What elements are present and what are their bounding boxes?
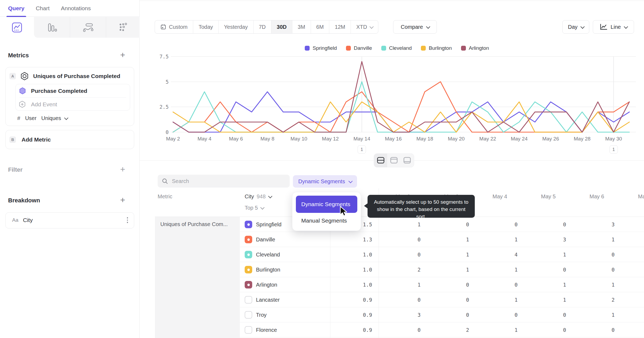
metric-card-b[interactable]: B Add Metric (5, 130, 134, 149)
cell-value: 3 (524, 232, 566, 247)
chart-type-switcher (0, 17, 140, 38)
cell-value: 2 (573, 292, 615, 307)
date-column-header: May 4 (476, 193, 524, 200)
metric-a-badge: A (9, 73, 16, 79)
table-row-lancaster: Lancaster0.900112 (240, 292, 644, 307)
range-yesterday-button[interactable]: Yesterday (218, 20, 253, 33)
range-6m-button[interactable]: 6M (311, 20, 329, 33)
chevron-down-icon (426, 24, 430, 29)
segments-mode-menu: Dynamic SegmentsManual Segments (292, 192, 361, 231)
series-line-arlington (173, 62, 629, 132)
segment-checkbox-checked[interactable] (245, 281, 252, 288)
cell-value: 1 (427, 247, 469, 262)
segment-checkbox-unchecked[interactable] (245, 311, 252, 319)
group-column-header[interactable]: City 948 (245, 193, 271, 200)
cell-value: 1 (573, 307, 615, 322)
svg-text:0: 0 (166, 129, 169, 135)
segment-checkbox-checked[interactable] (245, 266, 252, 273)
layout-split-button[interactable] (374, 154, 387, 167)
annotation-badge[interactable]: 1 (610, 145, 618, 154)
search-icon (162, 178, 168, 184)
granularity-button[interactable]: Day (562, 20, 589, 34)
cell-value: 0 (476, 307, 518, 322)
legend-item-arlington[interactable]: Arlington (461, 45, 489, 51)
chart-type-bar-button[interactable] (34, 17, 70, 38)
measure-prefix: # (17, 115, 20, 121)
add-breakdown-plus-button[interactable]: + (120, 196, 125, 204)
measure-selector[interactable]: # User Uniques (17, 115, 67, 121)
add-metric-plus-button[interactable]: + (120, 51, 125, 59)
legend-item-danville[interactable]: Danville (346, 45, 372, 51)
cell-value: 1 (379, 277, 421, 292)
chart-type-flow-button[interactable] (70, 17, 106, 38)
search-input[interactable]: Search (158, 175, 290, 188)
segments-mode-dropdown[interactable]: Dynamic Segments (293, 175, 357, 188)
tab-query[interactable]: Query (8, 0, 25, 17)
cell-value: 1 (573, 277, 615, 292)
cell-value: 0 (476, 217, 518, 232)
range-12m-button[interactable]: 12M (329, 20, 351, 33)
table-row-cleveland: Cleveland1.001410 (240, 247, 644, 262)
cell-value: 4 (476, 247, 518, 262)
sidebar-tabbar: Query Chart Annotations (0, 0, 140, 17)
legend-swatch (305, 46, 310, 51)
segment-checkbox-unchecked[interactable] (245, 296, 252, 304)
add-event-button[interactable]: Add Event (19, 101, 57, 108)
legend-item-springfield[interactable]: Springfield (305, 45, 337, 51)
annotation-badge[interactable]: 1 (358, 145, 366, 154)
layout-chart-only-button[interactable] (387, 154, 400, 167)
avg-value: 1.0 (330, 277, 372, 292)
segment-checkbox-unchecked[interactable] (245, 326, 252, 334)
event-name[interactable]: Purchase Completed (31, 88, 87, 94)
legend-label: Danville (354, 45, 372, 51)
range-3m-button[interactable]: 3M (292, 20, 311, 33)
legend-item-cleveland[interactable]: Cleveland (381, 45, 412, 51)
segment-name: Burlington (256, 262, 280, 277)
segment-checkbox-checked[interactable] (245, 251, 252, 258)
chart-legend: SpringfieldDanvilleClevelandBurlingtonAr… (156, 43, 638, 54)
cell-value: 0 (524, 262, 566, 277)
series-line-burlington (173, 102, 629, 132)
chart-style-button[interactable]: Line (593, 20, 634, 34)
legend-label: Arlington (469, 45, 489, 51)
layout-table-only-button[interactable] (401, 154, 414, 167)
measure-type: Uniques (41, 115, 67, 121)
breakdown-city-card[interactable]: Aa City (5, 212, 134, 228)
cell-value: 0 (427, 217, 469, 232)
cell-value: 1 (379, 217, 421, 232)
cell-value: 3 (573, 217, 615, 232)
top-n-selector[interactable]: Top 5 (245, 205, 264, 211)
metrics-title: Metrics (8, 52, 29, 59)
line-chart[interactable]: 7.552.50May 2May 4May 6May 8May 10May 12… (156, 54, 638, 143)
svg-text:May 20: May 20 (448, 136, 465, 142)
range-today-button[interactable]: Today (193, 20, 218, 33)
split-view-icon (377, 157, 385, 164)
cell-value: 0 (476, 277, 518, 292)
cell-value: 0 (524, 322, 566, 337)
svg-text:May 2: May 2 (166, 136, 180, 142)
compare-button[interactable]: Compare (393, 20, 437, 34)
tab-chart[interactable]: Chart (36, 0, 50, 17)
cell-value: 0 (573, 247, 615, 262)
chart-type-line-button[interactable] (0, 17, 34, 38)
range-xtd-button[interactable]: XTD (351, 20, 378, 33)
tab-annotations[interactable]: Annotations (61, 0, 91, 17)
range-7d-button[interactable]: 7D (253, 20, 271, 33)
svg-text:5: 5 (166, 79, 169, 85)
cell-value: 0 (573, 262, 615, 277)
segment-checkbox-checked[interactable] (245, 221, 252, 228)
legend-swatch (381, 46, 386, 51)
range-30d-button[interactable]: 30D (271, 20, 292, 33)
metric-a-title[interactable]: Uniques of Purchase Completed (33, 73, 120, 79)
svg-text:May 14: May 14 (354, 136, 371, 142)
svg-text:May 6: May 6 (229, 136, 243, 142)
kebab-menu-icon[interactable] (127, 217, 128, 223)
calendar-icon (160, 24, 166, 30)
legend-item-burlington[interactable]: Burlington (421, 45, 452, 51)
segment-checkbox-checked[interactable] (245, 236, 252, 243)
add-filter-plus-button[interactable]: + (120, 165, 125, 174)
chart-type-scatter-button[interactable] (106, 17, 140, 38)
bottom-panel-icon (403, 157, 411, 164)
cell-value: 1 (524, 247, 566, 262)
range-custom-button[interactable]: Custom (155, 20, 193, 33)
